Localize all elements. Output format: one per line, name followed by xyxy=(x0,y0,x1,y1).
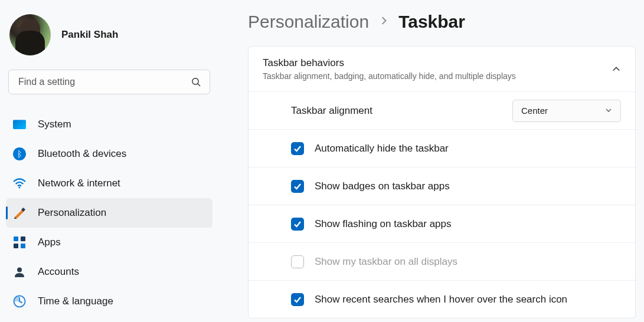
breadcrumb: Personalization Taskbar xyxy=(248,12,636,32)
nav: System ᛒ Bluetooth & devices Network & i… xyxy=(6,110,213,316)
option-show-badges[interactable]: Show badges on taskbar apps xyxy=(249,167,635,205)
sidebar-item-apps[interactable]: Apps xyxy=(6,228,213,257)
sidebar-item-label: System xyxy=(38,119,71,130)
accounts-icon xyxy=(13,265,26,278)
sidebar-item-bluetooth[interactable]: ᛒ Bluetooth & devices xyxy=(6,139,213,169)
taskbar-behaviors-panel: Taskbar behaviors Taskbar alignment, bad… xyxy=(248,46,636,318)
alignment-select[interactable]: Center xyxy=(512,100,621,122)
time-icon xyxy=(13,295,26,308)
option-label: Show badges on taskbar apps xyxy=(315,180,450,192)
breadcrumb-parent[interactable]: Personalization xyxy=(248,12,369,32)
sidebar-item-network[interactable]: Network & internet xyxy=(6,169,213,198)
option-recent-searches[interactable]: Show recent searches when I hover over t… xyxy=(249,280,635,318)
sidebar-item-label: Time & language xyxy=(38,295,113,307)
alignment-value: Center xyxy=(521,106,548,116)
system-icon xyxy=(13,118,26,131)
chevron-up-icon xyxy=(612,64,621,74)
checkbox[interactable] xyxy=(291,180,304,193)
breadcrumb-current: Taskbar xyxy=(398,12,465,32)
panel-header[interactable]: Taskbar behaviors Taskbar alignment, bad… xyxy=(249,47,635,91)
panel-title: Taskbar behaviors xyxy=(263,57,612,69)
sidebar-item-accounts[interactable]: Accounts xyxy=(6,257,213,287)
option-label: Show flashing on taskbar apps xyxy=(315,218,452,230)
main: Personalization Taskbar Taskbar behavior… xyxy=(218,0,644,322)
svg-point-2 xyxy=(19,187,21,189)
sidebar-item-system[interactable]: System xyxy=(6,110,213,139)
option-label: Show my taskbar on all displays xyxy=(315,256,457,268)
checkbox[interactable] xyxy=(291,218,304,231)
chevron-down-icon xyxy=(605,106,612,116)
search-wrap xyxy=(8,70,210,94)
svg-point-0 xyxy=(192,78,198,84)
option-label: Show recent searches when I hover over t… xyxy=(315,294,567,305)
profile-name: Pankil Shah xyxy=(61,29,118,41)
sidebar-item-personalization[interactable]: Personalization xyxy=(6,198,213,228)
alignment-label: Taskbar alignment xyxy=(291,105,512,117)
panel-subtitle: Taskbar alignment, badging, automaticall… xyxy=(263,71,612,81)
checkbox[interactable] xyxy=(291,293,304,306)
svg-point-4 xyxy=(17,268,22,272)
avatar xyxy=(9,14,51,55)
option-auto-hide[interactable]: Automatically hide the taskbar xyxy=(249,129,635,167)
search-icon xyxy=(191,77,201,87)
checkbox[interactable] xyxy=(291,142,304,155)
chevron-right-icon xyxy=(380,17,388,27)
sidebar-item-time[interactable]: Time & language xyxy=(6,287,213,316)
option-show-flashing[interactable]: Show flashing on taskbar apps xyxy=(249,205,635,242)
search-input[interactable] xyxy=(8,70,210,94)
apps-icon xyxy=(13,236,26,249)
svg-line-1 xyxy=(198,84,200,86)
profile[interactable]: Pankil Shah xyxy=(6,7,213,70)
wifi-icon xyxy=(13,177,26,190)
option-label: Automatically hide the taskbar xyxy=(315,143,449,155)
sidebar-item-label: Accounts xyxy=(38,266,79,278)
sidebar-item-label: Network & internet xyxy=(38,178,120,189)
taskbar-alignment-row: Taskbar alignment Center xyxy=(249,91,635,129)
option-all-displays: Show my taskbar on all displays xyxy=(249,242,635,280)
sidebar-item-label: Apps xyxy=(38,236,61,248)
checkbox xyxy=(291,255,304,268)
sidebar-item-label: Personalization xyxy=(38,207,106,219)
sidebar: Pankil Shah System ᛒ Bluetooth & devices… xyxy=(0,0,218,322)
bluetooth-icon: ᛒ xyxy=(13,147,26,160)
personalization-icon xyxy=(13,206,26,219)
sidebar-item-label: Bluetooth & devices xyxy=(38,148,126,160)
